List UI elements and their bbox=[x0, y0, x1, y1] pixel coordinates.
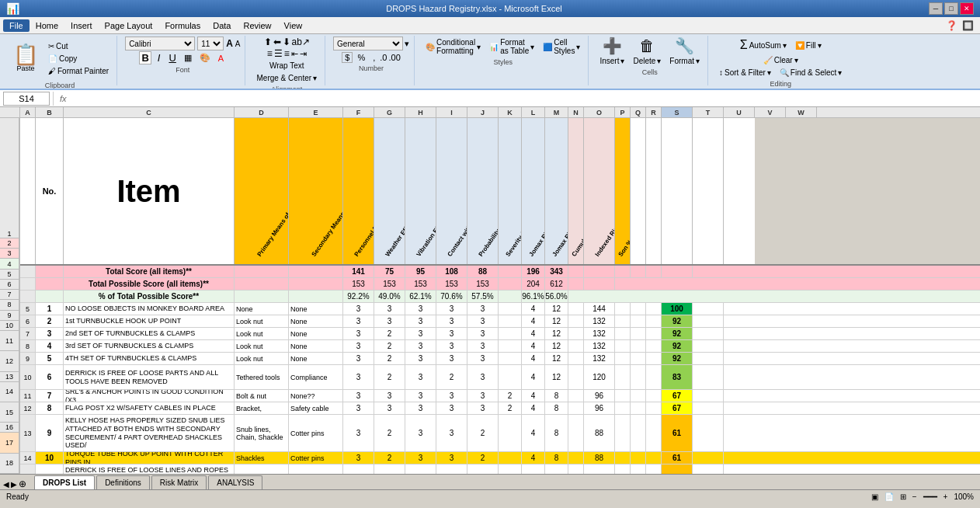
g-value[interactable]: 2 bbox=[374, 452, 405, 464]
g-value[interactable]: 3 bbox=[374, 303, 405, 315]
q-value[interactable] bbox=[631, 340, 646, 352]
zoom-out-icon[interactable]: − bbox=[912, 492, 917, 501]
autosum-button[interactable]: Σ AutoSum ▾ bbox=[737, 37, 790, 54]
cell-styles-button[interactable]: 🟦CellStyles▾ bbox=[540, 37, 583, 57]
item-number[interactable]: 7 bbox=[36, 390, 64, 402]
f-value[interactable]: 3 bbox=[343, 365, 374, 389]
k-value[interactable] bbox=[499, 452, 522, 464]
k-value[interactable] bbox=[499, 365, 522, 389]
item-number[interactable]: 1 bbox=[36, 303, 64, 315]
align-left-icon[interactable]: ≡ bbox=[267, 48, 273, 59]
col-header-h[interactable]: H bbox=[405, 107, 436, 117]
col-header-o[interactable]: O bbox=[584, 107, 615, 117]
o-value[interactable]: 88 bbox=[584, 415, 615, 451]
p-value[interactable] bbox=[615, 315, 631, 327]
scroll-tabs-right-icon[interactable]: ▶ bbox=[11, 480, 17, 489]
fill-color-button[interactable]: 🎨 bbox=[197, 52, 213, 64]
h-value[interactable]: 3 bbox=[405, 402, 436, 414]
j-value[interactable]: 2 bbox=[467, 452, 499, 464]
score-value[interactable]: 92 bbox=[662, 353, 693, 364]
tab-risk-matrix[interactable]: Risk Matrix bbox=[151, 475, 207, 489]
window-controls-icon[interactable]: 🔲 bbox=[962, 20, 974, 31]
item-text[interactable]: SRL's & ANCHOR POINTS IN GOOD CONDITION … bbox=[64, 390, 235, 402]
r-value[interactable] bbox=[646, 353, 662, 364]
i-value[interactable]: 3 bbox=[436, 315, 467, 327]
k-value[interactable] bbox=[499, 415, 522, 451]
g-value[interactable]: 2 bbox=[374, 328, 405, 339]
item-text[interactable]: TORQUE TUBE HOOK UP POINT WITH COTTER PI… bbox=[64, 452, 235, 464]
score-value[interactable]: 61 bbox=[662, 452, 693, 464]
p-value[interactable] bbox=[615, 303, 631, 315]
item-number[interactable]: 8 bbox=[36, 402, 64, 414]
item-text[interactable]: FLAG POST X2 W/SAFETY CABLES IN PLACE bbox=[64, 402, 235, 414]
conditional-formatting-button[interactable]: 🎨ConditionalFormatting▾ bbox=[422, 37, 484, 57]
q-value[interactable] bbox=[631, 315, 646, 327]
primary-securement[interactable]: Tethered tools bbox=[235, 365, 289, 389]
q-value[interactable] bbox=[631, 365, 646, 389]
menu-home[interactable]: Home bbox=[30, 19, 64, 32]
col-header-p[interactable]: P bbox=[615, 107, 631, 117]
k-value[interactable] bbox=[499, 353, 522, 364]
page-layout-icon[interactable]: 📄 bbox=[884, 492, 894, 501]
h-value[interactable]: 3 bbox=[405, 452, 436, 464]
r-value[interactable] bbox=[646, 315, 662, 327]
text-orientation-icon[interactable]: ab↗ bbox=[292, 37, 310, 47]
col-header-i[interactable]: I bbox=[436, 107, 467, 117]
n-value[interactable] bbox=[568, 465, 584, 474]
i-value[interactable]: 3 bbox=[436, 415, 467, 451]
q-value[interactable] bbox=[631, 465, 646, 474]
o-value[interactable] bbox=[584, 465, 615, 474]
k-value[interactable] bbox=[499, 465, 522, 474]
align-middle-icon[interactable]: ⬅ bbox=[273, 37, 281, 47]
comma-icon[interactable]: , bbox=[370, 52, 378, 63]
col-header-d[interactable]: D bbox=[235, 107, 289, 117]
o-value[interactable]: 132 bbox=[584, 315, 615, 327]
h-value[interactable]: 3 bbox=[405, 303, 436, 315]
menu-review[interactable]: Review bbox=[237, 19, 277, 32]
score-value[interactable]: 83 bbox=[662, 365, 693, 389]
format-as-table-button[interactable]: 📊Formatas Table▾ bbox=[486, 37, 537, 57]
primary-securement[interactable]: Look nut bbox=[235, 328, 289, 339]
primary-securement[interactable]: Look nut bbox=[235, 353, 289, 364]
h-value[interactable]: 3 bbox=[405, 465, 436, 474]
r-value[interactable] bbox=[646, 465, 662, 474]
g-value[interactable]: 3 bbox=[374, 390, 405, 402]
p-value[interactable] bbox=[615, 402, 631, 414]
sort-filter-button[interactable]: ↕ Sort & Filter ▾ bbox=[716, 67, 774, 78]
f-value[interactable]: 3 bbox=[343, 328, 374, 339]
item-number[interactable]: 4 bbox=[36, 340, 64, 352]
n-value[interactable] bbox=[568, 415, 584, 451]
p-value[interactable] bbox=[615, 328, 631, 339]
paste-button[interactable]: 📋 Paste bbox=[8, 37, 43, 80]
zoom-in-icon[interactable]: + bbox=[944, 492, 948, 501]
o-value[interactable]: 96 bbox=[584, 390, 615, 402]
item-text[interactable]: DERRICK IS FREE OF LOOSE LINES AND ROPES… bbox=[64, 465, 235, 474]
l-value[interactable]: 4 bbox=[522, 465, 545, 474]
page-break-icon[interactable]: ⊞ bbox=[900, 492, 906, 501]
menu-view[interactable]: View bbox=[278, 19, 309, 32]
underline-button[interactable]: U bbox=[166, 51, 178, 64]
maximize-btn[interactable]: □ bbox=[944, 2, 958, 15]
italic-button[interactable]: I bbox=[155, 51, 164, 64]
item-number[interactable]: 2 bbox=[36, 315, 64, 327]
primary-securement[interactable]: Bracket, bbox=[235, 402, 289, 414]
clear-button[interactable]: 🧹 Clear ▾ bbox=[760, 54, 801, 66]
primary-securement[interactable]: Compliance, Monitoring bbox=[235, 465, 289, 474]
primary-securement[interactable]: None bbox=[235, 303, 289, 315]
m-value[interactable]: 12 bbox=[545, 353, 568, 364]
h-value[interactable]: 3 bbox=[405, 415, 436, 451]
item-number[interactable]: 3 bbox=[36, 328, 64, 339]
q-value[interactable] bbox=[631, 415, 646, 451]
f-value[interactable]: 3 bbox=[343, 353, 374, 364]
l-value[interactable]: 4 bbox=[522, 315, 545, 327]
delete-dropdown-button[interactable]: Delete▾ bbox=[630, 55, 664, 67]
number-format-select[interactable]: General bbox=[333, 37, 403, 50]
o-value[interactable]: 144 bbox=[584, 303, 615, 315]
n-value[interactable] bbox=[568, 340, 584, 352]
item-text[interactable]: 2nd SET OF TURNBUCKLES & CLAMPS bbox=[64, 328, 235, 339]
indent-increase-icon[interactable]: ⇥ bbox=[300, 49, 307, 59]
f-value[interactable]: 3 bbox=[343, 452, 374, 464]
r-value[interactable] bbox=[646, 328, 662, 339]
n-value[interactable] bbox=[568, 303, 584, 315]
col-header-r[interactable]: R bbox=[646, 107, 662, 117]
